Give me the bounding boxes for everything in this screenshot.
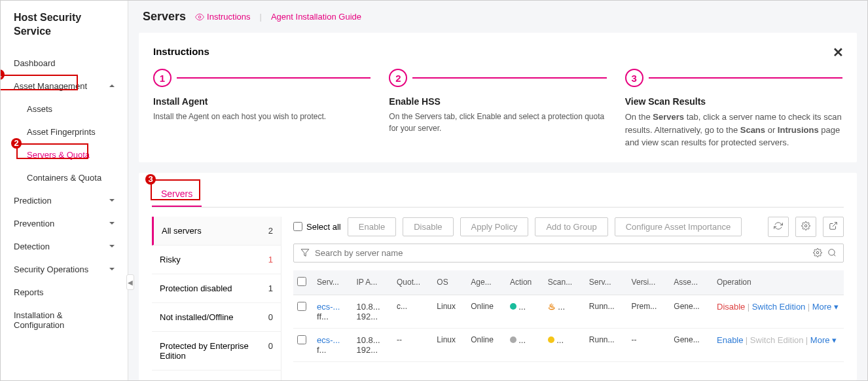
chevron-down-icon bbox=[109, 199, 115, 202]
nav-reports[interactable]: Reports bbox=[1, 281, 128, 304]
filter-item[interactable]: Protected by Enterprise Edition0 bbox=[152, 332, 281, 371]
nav-security-operations-label: Security Operations bbox=[14, 264, 88, 274]
filter-item[interactable]: Risky1 bbox=[152, 245, 281, 274]
col-os[interactable]: OS bbox=[433, 270, 467, 295]
col-agent[interactable]: Age... bbox=[467, 270, 506, 295]
step-3-title: View Scan Results bbox=[625, 96, 842, 107]
nav-asset-fingerprints-label: Asset Fingerprints bbox=[27, 127, 96, 137]
filters-panel: All servers2Risky1Protection disabled1No… bbox=[152, 217, 281, 381]
col-quota[interactable]: Quot... bbox=[393, 270, 433, 295]
page-title: Servers bbox=[143, 10, 186, 24]
op-switch-edition-link[interactable]: Switch Edition bbox=[752, 302, 806, 312]
cell-action-text: ... bbox=[518, 335, 526, 345]
nav-asset-management[interactable]: Asset Management 1 bbox=[1, 75, 128, 98]
nav-detection-label: Detection bbox=[14, 242, 50, 251]
filter-item[interactable]: Protection disabled1 bbox=[152, 274, 281, 303]
nav-detection[interactable]: Detection bbox=[1, 235, 128, 258]
export-icon bbox=[829, 221, 838, 230]
tab-servers[interactable]: Servers bbox=[152, 182, 202, 207]
add-to-group-button[interactable]: Add to Group bbox=[535, 217, 607, 236]
instructions-card: ✕ Instructions 1 Install Agent Install t… bbox=[139, 33, 857, 162]
nav-prevention-label: Prevention bbox=[14, 219, 54, 228]
op-more-dropdown[interactable]: More ▾ bbox=[812, 302, 839, 312]
annotation-2: 2 bbox=[14, 138, 18, 148]
filter-count: 0 bbox=[268, 341, 273, 361]
col-version[interactable]: Versi... bbox=[628, 270, 670, 295]
search-icon[interactable] bbox=[827, 248, 837, 257]
nav-security-operations[interactable]: Security Operations bbox=[1, 258, 128, 281]
refresh-button[interactable] bbox=[768, 217, 789, 237]
select-all-input[interactable] bbox=[293, 222, 302, 231]
filter-label: Risky bbox=[160, 255, 181, 264]
col-server[interactable]: Serv... bbox=[313, 270, 353, 295]
enable-button[interactable]: Enable bbox=[348, 217, 396, 236]
nav-containers-quota[interactable]: Containers & Quota bbox=[1, 166, 128, 189]
search-input[interactable] bbox=[315, 248, 808, 258]
cell-action-text: ... bbox=[518, 302, 526, 312]
chevron-down-icon bbox=[109, 222, 115, 225]
nav-prediction[interactable]: Prediction bbox=[1, 189, 128, 212]
status-dot-icon bbox=[548, 336, 554, 343]
col-serv2[interactable]: Serv... bbox=[585, 270, 628, 295]
chevron-down-icon bbox=[109, 245, 115, 247]
step-number-2: 2 bbox=[389, 69, 407, 87]
nav-prevention[interactable]: Prevention bbox=[1, 212, 128, 235]
cell-scan-text: ... bbox=[558, 302, 565, 312]
nav-asset-management-label: Asset Management bbox=[14, 81, 87, 91]
nav-servers-quota[interactable]: Servers & Quota 2 bbox=[1, 143, 128, 166]
servers-table: Serv... IP A... Quot... OS Age... Action… bbox=[293, 270, 844, 362]
select-all-checkbox[interactable]: Select all bbox=[293, 222, 341, 232]
cell-asset: Gene... bbox=[670, 295, 713, 328]
header-checkbox[interactable] bbox=[297, 277, 306, 286]
main-area: Servers Instructions | Agent Installatio… bbox=[128, 1, 867, 380]
col-asset[interactable]: Asse... bbox=[670, 270, 713, 295]
op-disable-link[interactable]: Disable bbox=[717, 302, 745, 312]
cell-ip1: 10.8... bbox=[357, 302, 380, 312]
instructions-link-label: Instructions bbox=[207, 12, 250, 22]
filter-label: Protection disabled bbox=[160, 283, 232, 293]
status-dot-icon bbox=[510, 336, 516, 343]
filter-label: All servers bbox=[162, 226, 202, 236]
apply-policy-button[interactable]: Apply Policy bbox=[460, 217, 529, 236]
col-operation[interactable]: Operation bbox=[713, 270, 844, 295]
step-number-1: 1 bbox=[153, 69, 172, 87]
nav-servers-quota-label: Servers & Quota bbox=[27, 150, 90, 160]
export-button[interactable] bbox=[823, 217, 844, 237]
col-ip[interactable]: IP A... bbox=[353, 270, 393, 295]
server-name-link[interactable]: ecs-... bbox=[317, 302, 340, 312]
configure-asset-importance-button[interactable]: Configure Asset Importance bbox=[615, 217, 742, 236]
filter-count: 0 bbox=[268, 312, 273, 322]
col-scan[interactable]: Scan... bbox=[544, 270, 585, 295]
filter-label: Protected by Enterprise Edition bbox=[160, 341, 268, 361]
cell-ip1: 10.8... bbox=[357, 335, 380, 345]
filter-item[interactable]: Not installed/Offline0 bbox=[152, 303, 281, 332]
op-enable-link[interactable]: Enable bbox=[717, 335, 743, 345]
select-all-label: Select all bbox=[306, 222, 341, 232]
close-icon[interactable]: ✕ bbox=[833, 45, 844, 60]
op-more-dropdown[interactable]: More ▾ bbox=[810, 335, 837, 345]
server-name-link[interactable]: ecs-... bbox=[317, 335, 340, 345]
instructions-link[interactable]: Instructions bbox=[195, 12, 250, 22]
eye-icon bbox=[195, 12, 204, 22]
agent-install-guide-link[interactable]: Agent Installation Guide bbox=[271, 12, 361, 22]
col-action[interactable]: Action bbox=[506, 270, 544, 295]
row-checkbox[interactable] bbox=[297, 335, 306, 344]
step-2: 2 Enable HSS On the Servers tab, click E… bbox=[389, 69, 606, 149]
step-1-desc: Install the Agent on each host you wish … bbox=[153, 111, 371, 122]
gear-icon[interactable] bbox=[813, 248, 822, 257]
nav-assets[interactable]: Assets bbox=[1, 98, 128, 120]
step-1-title: Install Agent bbox=[153, 96, 371, 107]
cell-quota: -- bbox=[393, 328, 433, 361]
settings-button[interactable] bbox=[795, 217, 816, 237]
nav-containers-quota-label: Containers & Quota bbox=[27, 173, 101, 183]
cell-version: Prem... bbox=[628, 295, 670, 328]
cell-ip2: 192... bbox=[357, 312, 378, 321]
sidebar-collapse-toggle[interactable]: ◀ bbox=[126, 274, 134, 290]
filter-item[interactable]: All servers2 bbox=[152, 217, 281, 245]
server-sub: f... bbox=[317, 345, 326, 355]
disable-button[interactable]: Disable bbox=[403, 217, 453, 236]
table-row: ecs-...ff... 10.8...192... c... Linux On… bbox=[293, 295, 844, 328]
row-checkbox[interactable] bbox=[297, 302, 306, 311]
nav-dashboard[interactable]: Dashboard bbox=[1, 52, 128, 75]
nav-installation-configuration[interactable]: Installation & Configuration bbox=[1, 304, 128, 336]
